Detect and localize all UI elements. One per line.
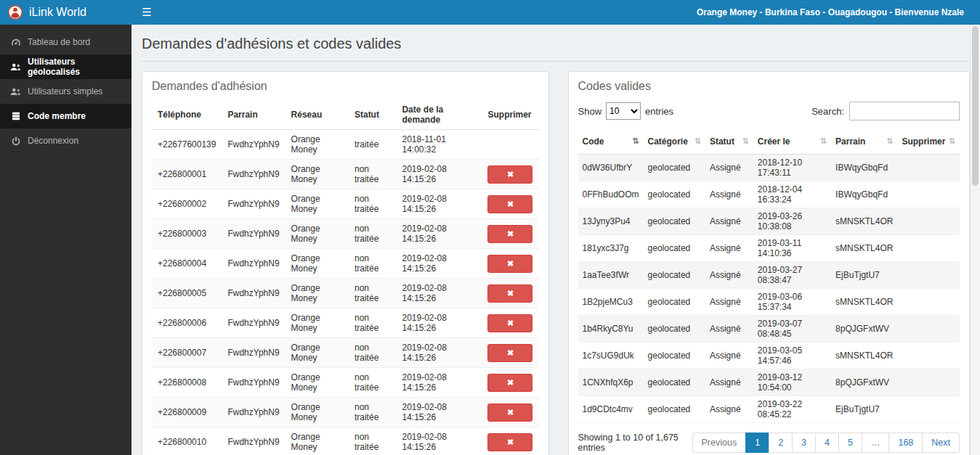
panels-row: Demandes d'adhésion TéléphoneParrainRése… — [142, 71, 970, 455]
delete-x-icon: ✖ — [507, 408, 514, 417]
cell-date: 2019-02-08 14:15:26 — [396, 189, 482, 219]
cell-code: 0FFhBudOOm — [578, 181, 644, 208]
sidebar-item-logout[interactable]: Déconnexion — [0, 128, 131, 153]
cell-categorie: geolocated — [644, 208, 705, 234]
adhesion-row: +226800008FwdhzYphN9Orange Moneynon trai… — [152, 368, 539, 398]
sidebar: Tableau de bordUtilisateurs géolocalisés… — [0, 25, 131, 455]
adhesion-row: +226800005FwdhzYphN9Orange Moneynon trai… — [152, 279, 539, 308]
page-length-select[interactable]: 10 — [606, 102, 641, 120]
page-button-previous[interactable]: Previous — [692, 433, 747, 453]
sidebar-item-label: Tableau de bord — [28, 37, 90, 47]
cell-parrain: sMNSKTL4OR — [831, 288, 897, 315]
cell-statut: Assigné — [705, 261, 753, 288]
sidebar-item-label: Déconnexion — [28, 136, 78, 146]
cell-statut: Assigné — [705, 395, 753, 422]
sidebar-item-dashboard[interactable]: Tableau de bord — [0, 30, 131, 54]
cell-creer_le: 2019-03-11 14:10:36 — [753, 234, 831, 261]
adhesion-row: +226800004FwdhzYphN9Orange Moneynon trai… — [152, 249, 539, 279]
adhesion-row: +226800007FwdhzYphN9Orange Moneynon trai… — [152, 338, 539, 368]
datatable-controls: Show 10 entries Search: — [578, 102, 960, 120]
users-icon — [10, 88, 21, 96]
cell-statut: non traitée — [349, 398, 397, 427]
codes-column-header[interactable]: Statut⇅ — [705, 129, 753, 154]
column-label: Catégorie — [648, 136, 688, 147]
cell-parrain: FwdhzYphN9 — [222, 308, 285, 338]
brand-title: iLink World — [29, 6, 86, 19]
sidebar-item-geo-users[interactable]: Utilisateurs géolocalisés — [0, 54, 131, 79]
cell-parrain: FwdhzYphN9 — [222, 368, 285, 398]
cell-statut: non traitée — [349, 427, 397, 455]
page-button-ellipsis: … — [862, 433, 890, 453]
scrollbar-thumb[interactable] — [972, 26, 979, 186]
cell-date: 2019-02-08 14:15:26 — [396, 308, 482, 338]
codes-panel: Codes valides Show 10 entries Search: Co… — [568, 71, 971, 455]
column-label: Statut — [355, 110, 379, 120]
cell-statut: Assigné — [705, 369, 753, 395]
brand[interactable]: iLink World — [0, 0, 131, 25]
cell-parrain: FwdhzYphN9 — [222, 160, 285, 189]
cell-reseau: Orange Money — [286, 249, 349, 279]
cell-statut: Assigné — [705, 288, 753, 315]
column-label: Parrain — [227, 110, 257, 120]
delete-button[interactable]: ✖ — [487, 433, 532, 451]
cell-parrain: 8pQJGFxtWV — [831, 369, 897, 395]
delete-button[interactable]: ✖ — [487, 195, 532, 213]
power-icon — [10, 136, 21, 146]
users-icon — [10, 63, 21, 71]
codes-column-header[interactable]: Code⇅ — [578, 129, 644, 154]
sidebar-toggle-button[interactable]: ☰ — [131, 0, 162, 25]
page-button-5[interactable]: 5 — [838, 433, 862, 453]
delete-button[interactable]: ✖ — [487, 344, 532, 362]
sidebar-item-member-code[interactable]: Code membre — [0, 104, 131, 128]
column-label: Supprimer — [487, 110, 531, 120]
adhesion-row: +226800010FwdhzYphN9Orange Moneynon trai… — [152, 427, 539, 455]
page-button-168[interactable]: 168 — [888, 433, 923, 453]
cell-telephone: +226800002 — [152, 189, 222, 219]
search-label: Search: — [811, 106, 844, 117]
delete-button[interactable]: ✖ — [487, 403, 532, 422]
title-divider — [142, 61, 970, 62]
code-row: 1d9CDtc4mvgeolocatedAssigné2019-03-22 08… — [578, 395, 960, 422]
cell-parrain: FwdhzYphN9 — [222, 189, 285, 219]
cell-statut: non traitée — [349, 368, 397, 398]
topbar-user-info: Orange Money - Burkina Faso - Ouagadougo… — [697, 0, 980, 25]
codes-column-header[interactable]: Catégorie⇅ — [644, 129, 705, 154]
delete-button[interactable]: ✖ — [487, 314, 532, 332]
page-button-next[interactable]: Next — [922, 433, 960, 453]
cell-telephone: +22677600139 — [152, 130, 222, 160]
search-input[interactable] — [849, 102, 960, 120]
cell-reseau: Orange Money — [286, 338, 349, 368]
codes-column-header[interactable]: Créer le⇅ — [753, 129, 831, 154]
cell-supprimer: ✖ — [482, 308, 538, 338]
cell-telephone: +226800009 — [152, 398, 222, 427]
delete-button[interactable]: ✖ — [487, 284, 532, 303]
scrollbar[interactable] — [970, 25, 980, 455]
codes-column-header[interactable]: Parrain⇅ — [831, 129, 897, 154]
adhesion-row: +226800003FwdhzYphN9Orange Moneynon trai… — [152, 219, 539, 249]
page-button-4[interactable]: 4 — [815, 433, 839, 453]
cell-code: 1b4RkyC8Yu — [578, 315, 644, 342]
delete-button[interactable]: ✖ — [487, 165, 532, 184]
page-button-3[interactable]: 3 — [792, 433, 816, 453]
main-content: Demandes d'adhésions et codes valides De… — [131, 25, 980, 455]
codes-column-header[interactable]: Supprimer⇅ — [897, 129, 960, 154]
sidebar-item-simple-users[interactable]: Utilisateurs simples — [0, 79, 131, 104]
show-label: Show — [578, 106, 602, 117]
sort-icon: ⇅ — [949, 136, 955, 146]
sort-icon: ⇅ — [820, 136, 827, 146]
column-label: Créer le — [758, 136, 790, 147]
code-row: 1aaTee3fWrgeolocatedAssigné2019-03-27 08… — [578, 261, 960, 288]
page-button-1[interactable]: 1 — [745, 433, 769, 453]
codes-header-row: Code⇅Catégorie⇅Statut⇅Créer le⇅Parrain⇅S… — [578, 129, 960, 154]
code-row: 1CNXhfqX6pgeolocatedAssigné2019-03-12 10… — [578, 369, 960, 395]
cell-statut: Assigné — [705, 181, 753, 208]
delete-button[interactable]: ✖ — [487, 255, 532, 273]
cell-code: 1c7sUG9dUk — [578, 342, 644, 369]
cell-date: 2019-02-08 14:15:26 — [396, 279, 482, 308]
page-button-2[interactable]: 2 — [769, 433, 793, 453]
delete-button[interactable]: ✖ — [487, 374, 532, 392]
delete-button[interactable]: ✖ — [487, 225, 532, 243]
database-icon — [10, 112, 21, 120]
cell-code: 13Jyny3Pu4 — [578, 208, 644, 234]
cell-telephone: +226800007 — [152, 338, 222, 368]
